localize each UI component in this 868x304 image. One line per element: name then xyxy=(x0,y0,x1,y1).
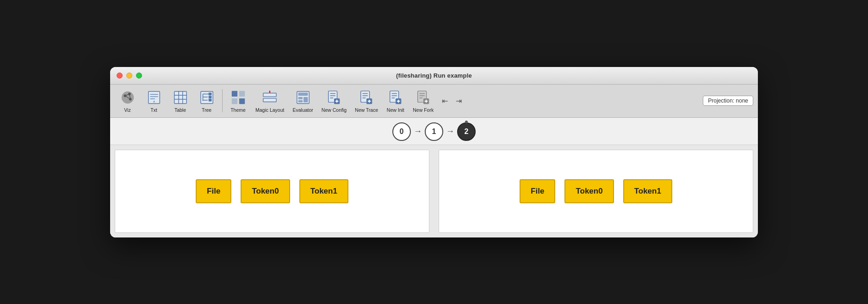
trace-node-1[interactable]: 1 xyxy=(425,122,443,141)
nav-forward-button[interactable]: ⇥ xyxy=(452,95,465,107)
table-label: Table xyxy=(174,107,186,113)
new-config-icon xyxy=(326,89,342,106)
new-init-button[interactable]: New Init xyxy=(383,87,408,115)
nav-forward-icon: ⇥ xyxy=(456,97,462,105)
nav-back-button[interactable]: ⇤ xyxy=(438,95,451,107)
application-window: (filesharing) Run example Viz xyxy=(110,67,758,237)
main-content: File Token0 Token1 File Token0 Token1 xyxy=(110,145,758,237)
svg-text:A: A xyxy=(153,100,155,103)
new-config-label: New Config xyxy=(322,107,347,113)
table-button[interactable]: Table xyxy=(167,87,193,115)
txt-label: Txt xyxy=(150,107,157,113)
trace-arrow-1: → xyxy=(443,127,457,136)
tree-button[interactable]: Tree xyxy=(194,87,219,115)
nav-back-icon: ⇤ xyxy=(442,97,448,105)
tree-icon xyxy=(198,89,215,106)
trace-arrow-0: → xyxy=(411,127,425,136)
svg-rect-23 xyxy=(208,96,211,98)
svg-rect-35 xyxy=(298,97,302,99)
svg-rect-12 xyxy=(174,91,186,103)
svg-rect-34 xyxy=(298,92,308,96)
viz-button[interactable]: Viz xyxy=(115,87,140,115)
new-trace-button[interactable]: New Trace xyxy=(351,87,382,115)
right-token-1[interactable]: Token1 xyxy=(623,179,672,203)
magic-layout-button[interactable]: Magic Layout xyxy=(252,87,288,115)
right-token-0[interactable]: Token0 xyxy=(564,179,614,203)
tree-label: Tree xyxy=(202,107,211,113)
svg-rect-27 xyxy=(231,98,237,103)
trace-nodes: 0 → 1 → 2 xyxy=(392,122,476,141)
table-icon xyxy=(172,89,189,106)
svg-rect-36 xyxy=(298,100,302,102)
svg-rect-22 xyxy=(208,92,211,95)
toolbar: Viz A Txt xyxy=(110,85,758,118)
new-trace-icon xyxy=(358,89,375,106)
svg-rect-25 xyxy=(231,91,237,96)
close-button[interactable] xyxy=(117,73,123,79)
magic-layout-label: Magic Layout xyxy=(255,107,284,113)
trace-node-2[interactable]: 2 xyxy=(457,122,476,141)
theme-icon xyxy=(230,89,247,106)
new-trace-label: New Trace xyxy=(355,107,378,113)
svg-rect-29 xyxy=(263,93,276,97)
left-token-0[interactable]: Token0 xyxy=(241,179,290,203)
txt-button[interactable]: A Txt xyxy=(141,87,167,115)
svg-rect-37 xyxy=(304,97,308,102)
new-init-label: New Init xyxy=(387,107,404,113)
svg-rect-26 xyxy=(239,91,244,96)
theme-label: Theme xyxy=(230,107,246,113)
new-init-icon xyxy=(387,89,404,106)
evaluator-button[interactable]: Evaluator xyxy=(289,87,316,115)
theme-button[interactable]: Theme xyxy=(225,87,251,115)
evaluator-label: Evaluator xyxy=(292,107,313,113)
left-pane: File Token0 Token1 xyxy=(115,150,429,233)
minimize-button[interactable] xyxy=(126,73,132,79)
viz-label: Viz xyxy=(124,107,130,113)
txt-icon: A xyxy=(146,89,162,106)
magic-layout-icon xyxy=(261,89,278,106)
svg-rect-28 xyxy=(239,98,244,103)
new-fork-button[interactable]: New Fork xyxy=(409,87,437,115)
viz-icon xyxy=(119,89,136,106)
left-token-1[interactable]: Token1 xyxy=(299,179,348,203)
maximize-button[interactable] xyxy=(136,73,142,79)
window-title: (filesharing) Run example xyxy=(396,72,472,79)
new-config-button[interactable]: New Config xyxy=(318,87,350,115)
right-token-file[interactable]: File xyxy=(520,179,555,203)
new-fork-label: New Fork xyxy=(413,107,434,113)
toolbar-separator xyxy=(222,89,223,112)
svg-rect-24 xyxy=(208,98,211,101)
right-pane: File Token0 Token1 xyxy=(439,150,753,233)
new-fork-icon xyxy=(415,89,432,106)
svg-rect-30 xyxy=(263,98,276,102)
trace-bar: 0 → 1 → 2 xyxy=(110,118,758,145)
title-bar: (filesharing) Run example xyxy=(110,67,758,85)
traffic-lights xyxy=(117,73,142,79)
trace-node-0[interactable]: 0 xyxy=(392,122,411,141)
evaluator-icon xyxy=(295,89,311,106)
left-token-file[interactable]: File xyxy=(196,179,231,203)
projection-badge: Projection: none xyxy=(703,96,753,106)
